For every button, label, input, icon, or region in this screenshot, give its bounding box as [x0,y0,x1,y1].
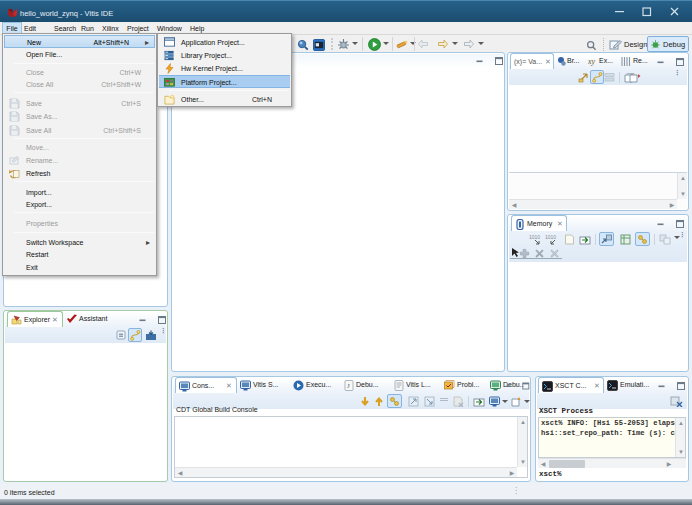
svg-text:1010: 1010 [545,234,556,240]
svg-text:J: J [347,382,350,390]
svg-text:xy: xy [588,57,596,66]
svg-text:1010: 1010 [529,234,540,240]
